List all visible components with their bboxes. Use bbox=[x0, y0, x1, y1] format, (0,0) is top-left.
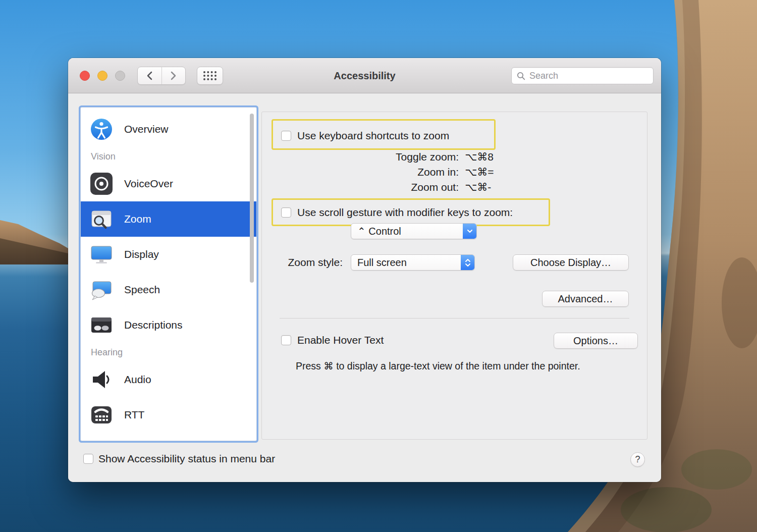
hover-text-help: Press ⌘ to display a large-text view of … bbox=[296, 360, 580, 372]
zoom-style-value: Full screen bbox=[351, 257, 461, 269]
sidebar-item-label: VoiceOver bbox=[124, 178, 173, 190]
window-titlebar: Accessibility Search bbox=[68, 58, 661, 93]
minimize-button[interactable] bbox=[97, 71, 107, 81]
accessibility-overview-icon bbox=[90, 118, 113, 141]
hover-text-options-button[interactable]: Options… bbox=[554, 333, 638, 349]
show-status-label: Show Accessibility status in menu bar bbox=[98, 453, 275, 464]
sidebar-item-audio[interactable]: Audio bbox=[81, 362, 256, 397]
modifier-key-dropdown[interactable]: ⌃ Control bbox=[351, 223, 477, 239]
sidebar-item-zoom[interactable]: Zoom bbox=[81, 201, 256, 237]
traffic-lights bbox=[80, 71, 125, 81]
speech-icon bbox=[90, 278, 113, 301]
zoom-style-dropdown[interactable]: Full screen bbox=[351, 254, 475, 271]
shortcut-label: Toggle zoom: bbox=[338, 151, 459, 163]
enable-hover-text-checkbox[interactable] bbox=[281, 335, 291, 345]
scroll-gesture-checkbox[interactable] bbox=[281, 207, 291, 218]
sidebar-section-hearing: Hearing bbox=[81, 343, 256, 362]
modifier-key-value: ⌃ Control bbox=[351, 225, 463, 237]
search-icon bbox=[517, 72, 525, 80]
accessibility-window: Accessibility Search bbox=[68, 58, 661, 482]
sidebar-item-label: Zoom bbox=[124, 213, 151, 225]
sidebar-item-descriptions[interactable]: Descriptions bbox=[81, 307, 256, 343]
shortcut-label: Zoom out: bbox=[338, 182, 459, 193]
shortcut-label: Zoom in: bbox=[338, 167, 459, 178]
sidebar-item-rtt[interactable]: RTT bbox=[81, 397, 256, 433]
back-button[interactable] bbox=[138, 67, 161, 84]
search-placeholder: Search bbox=[529, 71, 558, 81]
sidebar-item-label: RTT bbox=[124, 409, 144, 421]
sidebar-item-voiceover[interactable]: VoiceOver bbox=[81, 166, 256, 201]
fullscreen-button bbox=[115, 71, 125, 81]
sidebar-item-label: Descriptions bbox=[124, 319, 183, 331]
display-icon bbox=[90, 243, 113, 266]
shortcut-keys: ⌥⌘- bbox=[465, 182, 494, 193]
shortcut-keys: ⌥⌘= bbox=[465, 167, 494, 178]
section-divider bbox=[280, 318, 629, 318]
help-button[interactable]: ? bbox=[630, 452, 645, 467]
show-all-button[interactable] bbox=[197, 67, 223, 85]
advanced-button[interactable]: Advanced… bbox=[542, 291, 629, 307]
keyboard-shortcuts-label: Use keyboard shortcuts to zoom bbox=[297, 130, 449, 141]
zoom-shortcut-list: Toggle zoom: ⌥⌘8 Zoom in: ⌥⌘= Zoom out: … bbox=[338, 151, 494, 193]
shortcut-keys: ⌥⌘8 bbox=[465, 151, 494, 163]
forward-button[interactable] bbox=[161, 67, 186, 84]
zoom-icon bbox=[90, 207, 113, 231]
sidebar-item-speech[interactable]: Speech bbox=[81, 272, 256, 307]
scroll-gesture-label: Use scroll gesture with modifier keys to… bbox=[297, 207, 513, 218]
show-status-checkbox[interactable] bbox=[83, 454, 93, 464]
sidebar-item-label: Overview bbox=[124, 123, 169, 135]
nav-button-group bbox=[137, 67, 186, 85]
chevron-down-icon bbox=[463, 224, 476, 239]
descriptions-icon bbox=[90, 313, 113, 337]
keyboard-shortcuts-checkbox[interactable] bbox=[281, 131, 291, 141]
chevron-right-icon bbox=[171, 71, 176, 80]
voiceover-icon bbox=[90, 172, 113, 195]
window-body: Overview Vision VoiceOver bbox=[68, 93, 661, 482]
rtt-phone-icon bbox=[90, 403, 113, 427]
sidebar-item-display[interactable]: Display bbox=[81, 237, 256, 272]
show-all-grid-icon bbox=[203, 71, 217, 81]
search-field[interactable]: Search bbox=[511, 67, 654, 84]
stepper-up-down-icon bbox=[461, 255, 474, 270]
sidebar-section-vision: Vision bbox=[81, 147, 256, 166]
zoom-style-label: Zoom style: bbox=[272, 257, 343, 268]
sidebar-scrollbar[interactable] bbox=[250, 114, 254, 283]
close-button[interactable] bbox=[80, 71, 90, 81]
enable-hover-text-label: Enable Hover Text bbox=[297, 335, 384, 346]
sidebar-item-overview[interactable]: Overview bbox=[81, 112, 256, 147]
zoom-settings-pane: Use keyboard shortcuts to zoom Toggle zo… bbox=[261, 112, 647, 440]
chevron-left-icon bbox=[147, 71, 152, 80]
sidebar-item-label: Audio bbox=[124, 374, 151, 386]
sidebar: Overview Vision VoiceOver bbox=[81, 108, 256, 441]
sidebar-item-label: Display bbox=[124, 248, 159, 260]
audio-speaker-icon bbox=[90, 368, 113, 391]
desktop-wallpaper: Accessibility Search bbox=[0, 0, 757, 532]
sidebar-item-label: Speech bbox=[124, 284, 160, 296]
sidebar-list: Overview Vision VoiceOver bbox=[81, 108, 256, 441]
choose-display-button[interactable]: Choose Display… bbox=[513, 254, 629, 271]
